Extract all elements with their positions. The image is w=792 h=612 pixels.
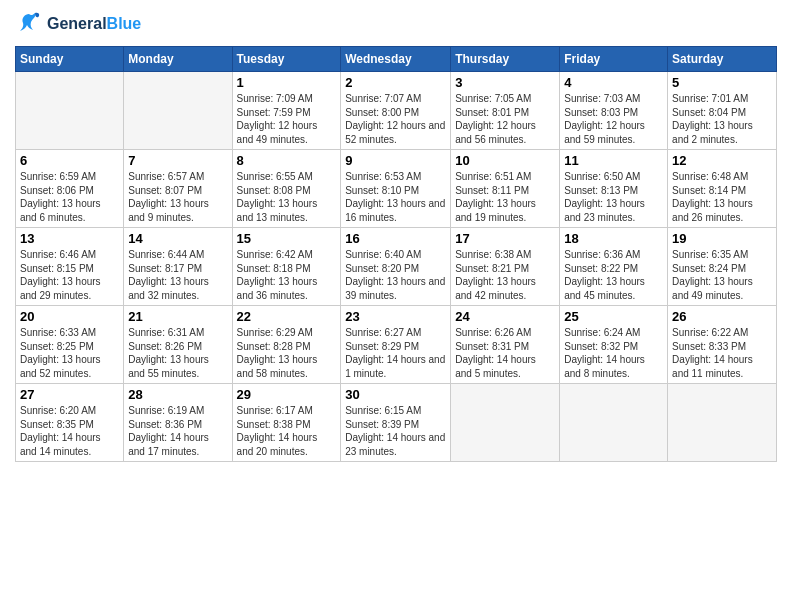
calendar-cell: 17Sunrise: 6:38 AM Sunset: 8:21 PM Dayli… <box>451 228 560 306</box>
calendar-table: SundayMondayTuesdayWednesdayThursdayFrid… <box>15 46 777 462</box>
day-number: 27 <box>20 387 119 402</box>
calendar-cell: 21Sunrise: 6:31 AM Sunset: 8:26 PM Dayli… <box>124 306 232 384</box>
day-number: 5 <box>672 75 772 90</box>
calendar-cell <box>16 72 124 150</box>
day-number: 9 <box>345 153 446 168</box>
day-number: 13 <box>20 231 119 246</box>
calendar-cell: 24Sunrise: 6:26 AM Sunset: 8:31 PM Dayli… <box>451 306 560 384</box>
week-row-4: 20Sunrise: 6:33 AM Sunset: 8:25 PM Dayli… <box>16 306 777 384</box>
day-number: 18 <box>564 231 663 246</box>
day-number: 1 <box>237 75 337 90</box>
calendar-cell <box>560 384 668 462</box>
logo-icon <box>15 10 43 38</box>
day-number: 3 <box>455 75 555 90</box>
day-number: 28 <box>128 387 227 402</box>
day-info: Sunrise: 6:40 AM Sunset: 8:20 PM Dayligh… <box>345 248 446 302</box>
day-number: 16 <box>345 231 446 246</box>
day-info: Sunrise: 6:15 AM Sunset: 8:39 PM Dayligh… <box>345 404 446 458</box>
calendar-cell: 3Sunrise: 7:05 AM Sunset: 8:01 PM Daylig… <box>451 72 560 150</box>
calendar-cell: 15Sunrise: 6:42 AM Sunset: 8:18 PM Dayli… <box>232 228 341 306</box>
day-number: 6 <box>20 153 119 168</box>
day-info: Sunrise: 6:51 AM Sunset: 8:11 PM Dayligh… <box>455 170 555 224</box>
calendar-cell: 20Sunrise: 6:33 AM Sunset: 8:25 PM Dayli… <box>16 306 124 384</box>
calendar-cell: 22Sunrise: 6:29 AM Sunset: 8:28 PM Dayli… <box>232 306 341 384</box>
day-number: 17 <box>455 231 555 246</box>
calendar-cell <box>124 72 232 150</box>
day-number: 26 <box>672 309 772 324</box>
week-row-5: 27Sunrise: 6:20 AM Sunset: 8:35 PM Dayli… <box>16 384 777 462</box>
day-number: 8 <box>237 153 337 168</box>
day-number: 12 <box>672 153 772 168</box>
day-info: Sunrise: 6:27 AM Sunset: 8:29 PM Dayligh… <box>345 326 446 380</box>
calendar-cell: 11Sunrise: 6:50 AM Sunset: 8:13 PM Dayli… <box>560 150 668 228</box>
day-number: 21 <box>128 309 227 324</box>
calendar-cell: 13Sunrise: 6:46 AM Sunset: 8:15 PM Dayli… <box>16 228 124 306</box>
day-info: Sunrise: 6:44 AM Sunset: 8:17 PM Dayligh… <box>128 248 227 302</box>
day-number: 4 <box>564 75 663 90</box>
day-info: Sunrise: 6:20 AM Sunset: 8:35 PM Dayligh… <box>20 404 119 458</box>
day-info: Sunrise: 6:42 AM Sunset: 8:18 PM Dayligh… <box>237 248 337 302</box>
col-header-monday: Monday <box>124 47 232 72</box>
day-info: Sunrise: 6:57 AM Sunset: 8:07 PM Dayligh… <box>128 170 227 224</box>
logo: GeneralBlue <box>15 10 141 38</box>
header: GeneralBlue <box>15 10 777 38</box>
calendar-cell: 19Sunrise: 6:35 AM Sunset: 8:24 PM Dayli… <box>668 228 777 306</box>
col-header-tuesday: Tuesday <box>232 47 341 72</box>
day-info: Sunrise: 6:50 AM Sunset: 8:13 PM Dayligh… <box>564 170 663 224</box>
day-info: Sunrise: 6:31 AM Sunset: 8:26 PM Dayligh… <box>128 326 227 380</box>
day-info: Sunrise: 6:35 AM Sunset: 8:24 PM Dayligh… <box>672 248 772 302</box>
day-number: 14 <box>128 231 227 246</box>
calendar-cell <box>668 384 777 462</box>
calendar-cell: 27Sunrise: 6:20 AM Sunset: 8:35 PM Dayli… <box>16 384 124 462</box>
day-info: Sunrise: 6:29 AM Sunset: 8:28 PM Dayligh… <box>237 326 337 380</box>
day-number: 2 <box>345 75 446 90</box>
calendar-cell: 26Sunrise: 6:22 AM Sunset: 8:33 PM Dayli… <box>668 306 777 384</box>
calendar-cell: 29Sunrise: 6:17 AM Sunset: 8:38 PM Dayli… <box>232 384 341 462</box>
day-info: Sunrise: 7:03 AM Sunset: 8:03 PM Dayligh… <box>564 92 663 146</box>
col-header-sunday: Sunday <box>16 47 124 72</box>
day-info: Sunrise: 6:17 AM Sunset: 8:38 PM Dayligh… <box>237 404 337 458</box>
day-info: Sunrise: 6:59 AM Sunset: 8:06 PM Dayligh… <box>20 170 119 224</box>
day-info: Sunrise: 6:36 AM Sunset: 8:22 PM Dayligh… <box>564 248 663 302</box>
day-number: 22 <box>237 309 337 324</box>
week-row-2: 6Sunrise: 6:59 AM Sunset: 8:06 PM Daylig… <box>16 150 777 228</box>
calendar-cell: 14Sunrise: 6:44 AM Sunset: 8:17 PM Dayli… <box>124 228 232 306</box>
logo-text: GeneralBlue <box>47 15 141 33</box>
calendar-header-row: SundayMondayTuesdayWednesdayThursdayFrid… <box>16 47 777 72</box>
calendar-cell: 12Sunrise: 6:48 AM Sunset: 8:14 PM Dayli… <box>668 150 777 228</box>
calendar-cell <box>451 384 560 462</box>
day-number: 7 <box>128 153 227 168</box>
day-info: Sunrise: 6:26 AM Sunset: 8:31 PM Dayligh… <box>455 326 555 380</box>
calendar-cell: 28Sunrise: 6:19 AM Sunset: 8:36 PM Dayli… <box>124 384 232 462</box>
day-number: 29 <box>237 387 337 402</box>
day-info: Sunrise: 7:05 AM Sunset: 8:01 PM Dayligh… <box>455 92 555 146</box>
calendar-cell: 30Sunrise: 6:15 AM Sunset: 8:39 PM Dayli… <box>341 384 451 462</box>
col-header-wednesday: Wednesday <box>341 47 451 72</box>
day-info: Sunrise: 6:22 AM Sunset: 8:33 PM Dayligh… <box>672 326 772 380</box>
calendar-cell: 6Sunrise: 6:59 AM Sunset: 8:06 PM Daylig… <box>16 150 124 228</box>
calendar-cell: 25Sunrise: 6:24 AM Sunset: 8:32 PM Dayli… <box>560 306 668 384</box>
day-info: Sunrise: 7:07 AM Sunset: 8:00 PM Dayligh… <box>345 92 446 146</box>
calendar-cell: 10Sunrise: 6:51 AM Sunset: 8:11 PM Dayli… <box>451 150 560 228</box>
day-number: 24 <box>455 309 555 324</box>
day-info: Sunrise: 6:46 AM Sunset: 8:15 PM Dayligh… <box>20 248 119 302</box>
calendar-cell: 23Sunrise: 6:27 AM Sunset: 8:29 PM Dayli… <box>341 306 451 384</box>
day-info: Sunrise: 6:33 AM Sunset: 8:25 PM Dayligh… <box>20 326 119 380</box>
col-header-thursday: Thursday <box>451 47 560 72</box>
day-number: 30 <box>345 387 446 402</box>
day-info: Sunrise: 6:48 AM Sunset: 8:14 PM Dayligh… <box>672 170 772 224</box>
col-header-saturday: Saturday <box>668 47 777 72</box>
day-number: 11 <box>564 153 663 168</box>
day-info: Sunrise: 7:09 AM Sunset: 7:59 PM Dayligh… <box>237 92 337 146</box>
day-number: 25 <box>564 309 663 324</box>
calendar-cell: 2Sunrise: 7:07 AM Sunset: 8:00 PM Daylig… <box>341 72 451 150</box>
calendar-cell: 1Sunrise: 7:09 AM Sunset: 7:59 PM Daylig… <box>232 72 341 150</box>
week-row-1: 1Sunrise: 7:09 AM Sunset: 7:59 PM Daylig… <box>16 72 777 150</box>
calendar-cell: 18Sunrise: 6:36 AM Sunset: 8:22 PM Dayli… <box>560 228 668 306</box>
day-info: Sunrise: 6:55 AM Sunset: 8:08 PM Dayligh… <box>237 170 337 224</box>
day-info: Sunrise: 7:01 AM Sunset: 8:04 PM Dayligh… <box>672 92 772 146</box>
day-number: 23 <box>345 309 446 324</box>
day-info: Sunrise: 6:38 AM Sunset: 8:21 PM Dayligh… <box>455 248 555 302</box>
col-header-friday: Friday <box>560 47 668 72</box>
day-info: Sunrise: 6:53 AM Sunset: 8:10 PM Dayligh… <box>345 170 446 224</box>
